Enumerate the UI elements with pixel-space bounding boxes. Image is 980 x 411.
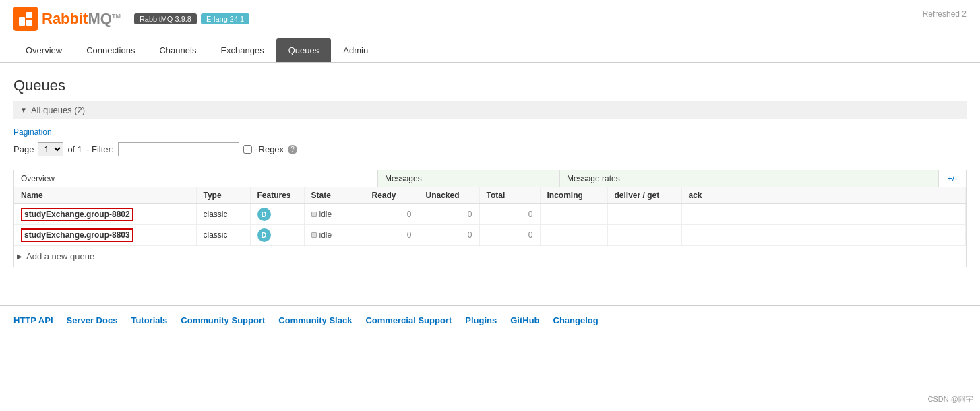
th-type: Type — [196, 187, 250, 204]
footer-link[interactable]: Changelog — [553, 315, 599, 325]
erlang-badge: Erlang 24.1 — [201, 13, 249, 24]
help-icon[interactable]: ? — [288, 145, 297, 154]
th-state: State — [304, 187, 365, 204]
th-ack: ack — [681, 187, 966, 204]
add-queue-section[interactable]: ▶ Add a new queue — [14, 246, 966, 267]
queue-state: idle — [304, 225, 365, 246]
nav-exchanges[interactable]: Exchanges — [208, 38, 276, 62]
page-text: Page — [13, 144, 34, 154]
logo-mq: MQ — [88, 10, 111, 27]
logo: RabbitMQTM — [13, 7, 121, 31]
expand-icon: ▶ — [17, 253, 22, 260]
th-total: Total — [479, 187, 540, 204]
version-badge: RabbitMQ 3.9.8 — [134, 13, 197, 24]
queue-unacked: 0 — [419, 204, 479, 225]
queue-name-link[interactable]: studyExchange.group-8803 — [24, 230, 130, 240]
queue-ack — [681, 225, 966, 246]
footer-link[interactable]: GitHub — [510, 315, 539, 325]
queues-table: Name Type Features State Ready Unacked T… — [14, 187, 966, 246]
logo-tm: TM — [112, 13, 121, 20]
queue-total: 0 — [479, 204, 540, 225]
queue-name-link[interactable]: studyExchange.group-8802 — [24, 210, 130, 219]
filter-input[interactable] — [118, 142, 239, 156]
svg-rect-1 — [26, 12, 32, 18]
queue-features: D — [250, 225, 304, 246]
queue-type: classic — [196, 204, 250, 225]
nav-admin[interactable]: Admin — [331, 38, 380, 62]
th-features: Features — [250, 187, 304, 204]
table-row: studyExchange.group-8803 classic D idle … — [14, 225, 966, 246]
d-badge: D — [257, 228, 271, 242]
page-select[interactable]: 1 — [38, 142, 63, 156]
queue-name[interactable]: studyExchange.group-8802 — [14, 204, 196, 225]
regex-checkbox[interactable] — [243, 145, 252, 154]
add-queue-label: Add a new queue — [26, 251, 94, 261]
queue-incoming — [540, 204, 607, 225]
nav-queues[interactable]: Queues — [276, 38, 332, 62]
pagination-row: Page 1 of 1 - Filter: Regex ? — [13, 142, 967, 156]
footer-link[interactable]: Tutorials — [131, 315, 167, 325]
regex-label: Regex — [259, 144, 284, 154]
th-name: Name — [14, 187, 196, 204]
nav-connections[interactable]: Connections — [74, 38, 147, 62]
header: RabbitMQTM RabbitMQ 3.9.8 Erlang 24.1 Re… — [0, 0, 980, 38]
page-title: Queues — [13, 77, 967, 94]
queue-deliver-get — [607, 204, 681, 225]
state-dot-icon — [311, 212, 317, 217]
queue-total: 0 — [479, 225, 540, 246]
queue-type: classic — [196, 225, 250, 246]
section-messages: Messages — [378, 170, 560, 187]
all-queues-header: ▼ All queues (2) — [13, 101, 967, 119]
footer-link[interactable]: HTTP API — [13, 315, 53, 325]
queue-unacked: 0 — [419, 225, 479, 246]
svg-rect-0 — [19, 17, 25, 26]
queue-incoming — [540, 225, 607, 246]
pagination-label[interactable]: Pagination — [13, 127, 967, 137]
footer-link[interactable]: Server Docs — [67, 315, 118, 325]
th-incoming: incoming — [540, 187, 607, 204]
footer: HTTP APIServer DocsTutorialsCommunity Su… — [0, 305, 980, 335]
all-queues-label: All queues (2) — [31, 105, 85, 115]
of-label: of 1 — [67, 144, 82, 154]
section-rates: Message rates — [560, 170, 939, 187]
state-text: idle — [319, 210, 332, 219]
state-dot-icon — [311, 232, 317, 238]
nav-channels[interactable]: Channels — [147, 38, 208, 62]
section-overview: Overview — [14, 170, 378, 187]
queue-ack — [681, 204, 966, 225]
refreshed-label: Refreshed 2 — [923, 9, 967, 19]
th-unacked: Unacked — [419, 187, 479, 204]
plus-minus-button[interactable]: +/- — [939, 170, 966, 187]
th-deliver-get: deliver / get — [607, 187, 681, 204]
table-row: studyExchange.group-8802 classic D idle … — [14, 204, 966, 225]
logo-icon — [13, 7, 38, 31]
svg-rect-2 — [26, 20, 32, 26]
queue-ready: 0 — [365, 204, 419, 225]
nav-overview[interactable]: Overview — [13, 38, 74, 62]
main-nav: Overview Connections Channels Exchanges … — [0, 38, 980, 63]
footer-link[interactable]: Community Slack — [278, 315, 352, 325]
queue-deliver-get — [607, 225, 681, 246]
footer-link[interactable]: Plugins — [465, 315, 497, 325]
footer-link[interactable]: Commercial Support — [365, 315, 452, 325]
queue-features: D — [250, 204, 304, 225]
queue-ready: 0 — [365, 225, 419, 246]
th-ready: Ready — [365, 187, 419, 204]
logo-rabbit: Rabbit — [42, 10, 88, 27]
footer-link[interactable]: Community Support — [181, 315, 265, 325]
d-badge: D — [257, 208, 271, 221]
queues-table-container: Overview Messages Message rates +/- Name… — [13, 170, 967, 267]
state-text: idle — [319, 230, 332, 240]
collapse-arrow-icon[interactable]: ▼ — [20, 106, 27, 114]
filter-label: - Filter: — [86, 144, 113, 154]
main-content: Queues ▼ All queues (2) Pagination Page … — [0, 63, 980, 292]
queue-state: idle — [304, 204, 365, 225]
queue-name[interactable]: studyExchange.group-8803 — [14, 225, 196, 246]
